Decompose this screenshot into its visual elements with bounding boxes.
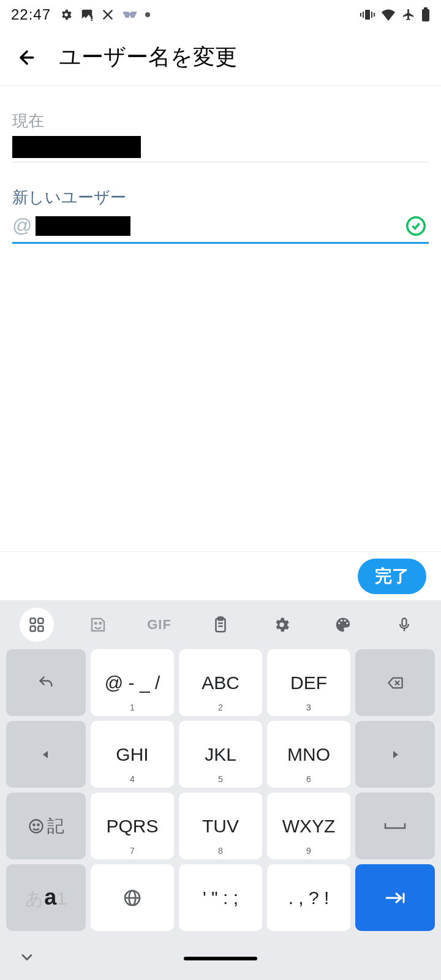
airplane-icon: [402, 8, 415, 21]
clipboard-icon[interactable]: [203, 608, 238, 642]
svg-rect-12: [31, 626, 36, 631]
right-key[interactable]: [355, 721, 435, 788]
key-punct-1[interactable]: ' " : ;: [179, 864, 262, 931]
svg-point-21: [341, 620, 342, 622]
left-key[interactable]: [6, 721, 86, 788]
space-key[interactable]: [355, 793, 435, 859]
done-button[interactable]: 完了: [358, 559, 426, 594]
current-username-value: [12, 135, 429, 162]
svg-rect-7: [422, 9, 429, 21]
key-def[interactable]: DEF3: [267, 649, 350, 716]
keyboard-grid: @ - _ /1 ABC2 DEF3 GHI4 JKL5 MNO6 記 PQRS…: [0, 649, 441, 937]
svg-rect-0: [91, 16, 92, 20]
svg-rect-11: [38, 619, 43, 624]
current-username-label: 現在: [12, 110, 429, 132]
key-mno[interactable]: MNO6: [267, 721, 350, 788]
wifi-icon: [381, 9, 396, 21]
key-tuv[interactable]: TUV8: [179, 793, 262, 859]
statusbar: 22:47: [0, 0, 441, 29]
globe-key[interactable]: [91, 864, 174, 931]
battery-icon: [421, 7, 430, 22]
key-symbols-1[interactable]: @ - _ /1: [91, 649, 174, 716]
svg-rect-8: [424, 7, 428, 9]
key-pqrs[interactable]: PQRS7: [91, 793, 174, 859]
check-valid-icon: [405, 216, 426, 236]
new-username-block: 新しいユーザー @: [12, 162, 429, 244]
keyboard-collapse-icon[interactable]: [18, 949, 36, 968]
keyboard-apps-icon[interactable]: [20, 608, 54, 642]
redacted-current-username: [12, 136, 141, 158]
settings-gear-icon[interactable]: [265, 608, 299, 642]
key-ghi[interactable]: GHI4: [91, 721, 174, 788]
key-punct-2[interactable]: . , ? !: [267, 864, 350, 931]
enter-key[interactable]: [355, 864, 435, 931]
sticker-icon[interactable]: [81, 608, 115, 642]
svg-point-14: [95, 622, 97, 624]
system-navbar: [0, 937, 441, 980]
gif-icon[interactable]: GIF: [142, 608, 176, 642]
more-dot-icon: [145, 12, 150, 17]
svg-rect-3: [363, 12, 364, 18]
key-abc[interactable]: ABC2: [179, 649, 262, 716]
keyboard: GIF @ - _ /1 ABC2 DEF3 GHI4 JKL5 MN: [0, 600, 441, 980]
svg-rect-1: [91, 20, 92, 21]
svg-rect-10: [31, 619, 36, 624]
svg-point-29: [33, 824, 34, 825]
new-username-input-row[interactable]: @: [12, 212, 429, 244]
vibrate-icon: [360, 9, 375, 21]
mic-icon[interactable]: [387, 608, 421, 642]
backspace-key[interactable]: [355, 649, 435, 716]
svg-point-23: [346, 622, 348, 624]
appbar: ユーザー名を変更: [0, 29, 441, 86]
svg-point-15: [100, 622, 102, 624]
emoji-mode-key[interactable]: 記: [6, 793, 86, 859]
svg-rect-24: [402, 619, 407, 627]
svg-rect-4: [371, 12, 372, 18]
undo-key[interactable]: [6, 649, 86, 716]
image-alert-icon: [80, 8, 94, 21]
key-wxyz[interactable]: WXYZ9: [267, 793, 350, 859]
svg-rect-5: [360, 13, 361, 17]
svg-rect-13: [38, 626, 43, 631]
input-mode-key[interactable]: あa1: [6, 864, 86, 931]
username-input[interactable]: [134, 216, 429, 236]
svg-rect-6: [374, 13, 375, 17]
x-icon: [101, 8, 115, 21]
form-content: 現在 新しいユーザー @: [0, 86, 441, 244]
svg-point-30: [37, 824, 39, 825]
key-jkl[interactable]: JKL5: [179, 721, 262, 788]
back-button[interactable]: [12, 43, 42, 72]
svg-point-28: [30, 820, 43, 832]
glasses-icon: [122, 10, 138, 19]
home-indicator[interactable]: [184, 957, 257, 960]
redacted-new-username: [36, 216, 130, 236]
svg-point-22: [344, 620, 346, 622]
at-symbol: @: [12, 214, 32, 237]
palette-icon[interactable]: [326, 608, 360, 642]
done-bar: 完了: [0, 551, 441, 600]
current-username-block: 現在: [12, 86, 429, 162]
svg-point-20: [338, 622, 340, 624]
svg-rect-2: [365, 10, 370, 20]
statusbar-time: 22:47: [11, 6, 51, 23]
new-username-label: 新しいユーザー: [12, 187, 429, 208]
settings-icon: [59, 8, 73, 21]
keyboard-toolbar: GIF: [0, 600, 441, 649]
page-title: ユーザー名を変更: [59, 42, 237, 72]
